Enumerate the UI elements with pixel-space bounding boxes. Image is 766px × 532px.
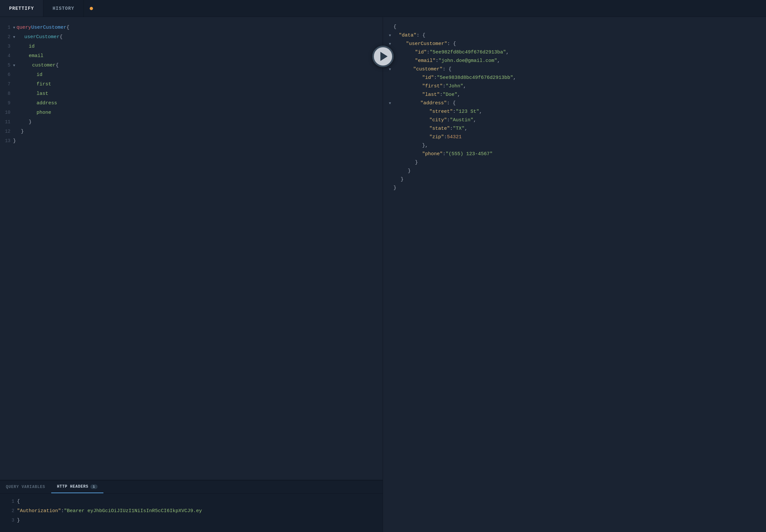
response-line-18: } <box>383 175 766 184</box>
token: : { <box>447 40 456 48</box>
line-number: 9 <box>4 98 13 108</box>
collapse-arrow[interactable]: ▼ <box>13 33 15 42</box>
collapse-arrow[interactable]: ▼ <box>389 99 391 108</box>
token: query <box>17 23 31 32</box>
token: } <box>415 158 418 167</box>
query-line-3: 3id <box>0 42 383 51</box>
response-line-12: "state": "TX", <box>383 125 766 133</box>
line-number: 10 <box>4 108 13 117</box>
collapse-arrow[interactable]: ▼ <box>13 61 15 70</box>
line-number: 7 <box>4 80 13 89</box>
line-number: 5 <box>4 61 13 70</box>
line-number: 3 <box>4 42 13 51</box>
response-line-2: ▼"userCustomer": { <box>383 40 766 48</box>
token: last <box>37 89 48 98</box>
token: } <box>17 516 20 525</box>
token: } <box>13 137 16 146</box>
header-line-3: 3} <box>4 516 379 525</box>
line-number: 4 <box>4 51 13 60</box>
token: : <box>61 507 64 516</box>
line-number: 6 <box>4 70 13 79</box>
token: customer <box>32 61 56 70</box>
token: 54321 <box>447 133 462 141</box>
token: "5ee982fd8bc49f676d2913ba" <box>430 48 506 57</box>
query-line-11: 11} <box>0 117 383 127</box>
tab-prettify[interactable]: PRETTIFY <box>0 0 43 17</box>
response-panel: {▼"data": {▼"userCustomer": {"id": "5ee9… <box>383 17 766 532</box>
response-line-10: "street": "123 St", <box>383 108 766 116</box>
line-number: 1 <box>4 23 13 32</box>
run-button-container <box>372 46 394 67</box>
response-line-13: "zip": 54321 <box>383 133 766 141</box>
line-number: 8 <box>4 89 13 98</box>
line-number: 11 <box>4 117 13 126</box>
token: } <box>21 127 24 136</box>
token: } <box>393 184 396 192</box>
token: : <box>447 116 450 125</box>
token: "city" <box>429 116 447 125</box>
token: "zip" <box>429 133 444 141</box>
collapse-arrow[interactable]: ▼ <box>389 31 391 40</box>
line-number: 2 <box>8 506 17 515</box>
bottom-tabs: QUERY VARIABLESHTTP HEADERS1 <box>0 480 383 494</box>
response-line-14: }, <box>383 141 766 150</box>
query-line-5: 5▼customer{ <box>0 61 383 70</box>
token: : <box>440 91 443 99</box>
tab-history[interactable]: HISTORY <box>43 0 84 17</box>
token: "street" <box>429 108 453 116</box>
bottom-tab-http-headers[interactable]: HTTP HEADERS1 <box>51 480 103 493</box>
query-line-4: 4email <box>0 51 383 61</box>
collapse-arrow[interactable]: ▼ <box>13 23 15 32</box>
top-bar: PRETTIFY HISTORY <box>0 0 766 17</box>
token: first <box>37 80 51 89</box>
response-line-5: ▼"customer": { <box>383 65 766 74</box>
token: } <box>29 118 32 127</box>
token: , <box>506 48 509 57</box>
response-line-0: { <box>383 23 766 31</box>
url-bar <box>84 7 101 10</box>
header-line-2: 2 "Authorization": "Bearer eyJhbGciOiJIU… <box>4 506 379 516</box>
response-line-19: } <box>383 184 766 192</box>
response-line-15: "phone": "(555) 123-4567" <box>383 150 766 158</box>
response-line-17: } <box>383 167 766 175</box>
query-line-7: 7first <box>0 80 383 89</box>
token: "phone" <box>422 150 443 158</box>
token: "id" <box>415 48 427 57</box>
line-number: 1 <box>8 497 17 506</box>
query-line-10: 10phone <box>0 108 383 117</box>
token: : <box>434 74 437 82</box>
response-line-7: "first": "John", <box>383 82 766 91</box>
response-line-1: ▼"data": { <box>383 31 766 40</box>
token: { <box>17 497 20 506</box>
headers-editor[interactable]: 1{2 "Authorization": "Bearer eyJhbGciOiJ… <box>0 494 383 532</box>
token: : <box>450 125 453 133</box>
response-line-9: ▼"address": { <box>383 99 766 108</box>
query-line-1: 1▼query UserCustomer { <box>0 23 383 32</box>
token: : <box>453 108 456 116</box>
token: : { <box>417 31 425 40</box>
token: , <box>457 91 460 99</box>
token: , <box>473 116 476 125</box>
query-editor[interactable]: 1▼query UserCustomer {2▼userCustomer{3id… <box>0 17 383 480</box>
token: "email" <box>415 57 435 65</box>
token: , <box>497 57 500 65</box>
token: : { <box>447 99 456 108</box>
token: }, <box>422 141 428 150</box>
token: : <box>427 48 430 57</box>
token: "data" <box>399 31 417 40</box>
header-line-1: 1{ <box>4 497 379 506</box>
query-line-9: 9address <box>0 98 383 108</box>
token: phone <box>37 108 51 117</box>
line-number: 2 <box>4 32 13 41</box>
token: : <box>435 57 438 65</box>
token: , <box>463 82 466 91</box>
response-line-8: "last": "Doe", <box>383 91 766 99</box>
run-button[interactable] <box>372 46 394 67</box>
token: email <box>29 52 43 61</box>
token: "5ee9838d8bc49f676d2913bb" <box>437 74 513 82</box>
token: } <box>408 167 411 175</box>
token: "first" <box>422 82 443 91</box>
bottom-tab-query-variables[interactable]: QUERY VARIABLES <box>0 480 51 493</box>
line-number: 12 <box>4 127 13 136</box>
token: "Austin" <box>450 116 473 125</box>
